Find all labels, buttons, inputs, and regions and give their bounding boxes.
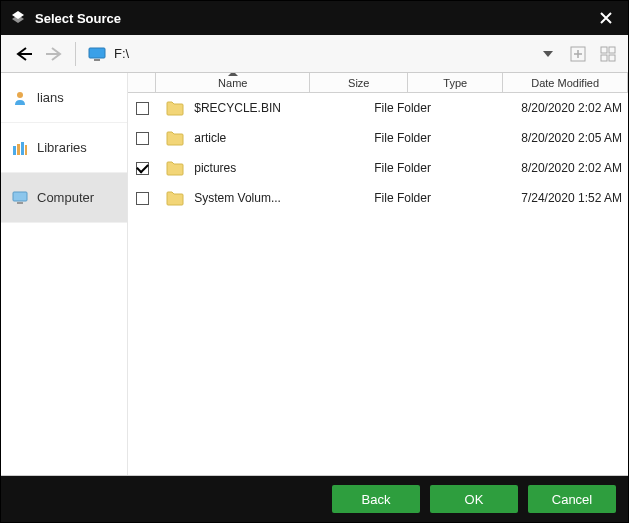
svg-rect-13 [17,202,23,204]
file-date: 8/20/2020 2:02 AM [515,101,628,115]
column-size[interactable]: Size [310,73,408,92]
cancel-button[interactable]: Cancel [528,485,616,513]
ok-button[interactable]: OK [430,485,518,513]
svg-point-7 [17,92,23,98]
sidebar-item-label: Libraries [37,140,87,155]
file-type: File Folder [368,101,515,115]
sidebar-item-computer[interactable]: Computer [1,173,127,223]
sidebar-item-user[interactable]: lians [1,73,127,123]
sidebar-item-label: Computer [37,190,94,205]
footer: Back OK Cancel [1,476,628,522]
file-date: 8/20/2020 2:02 AM [515,161,628,175]
file-type: File Folder [368,131,515,145]
row-checkbox[interactable] [136,162,149,175]
titlebar: Select Source [1,1,628,35]
app-logo-icon [9,9,27,27]
sidebar-item-label: lians [37,90,64,105]
column-date[interactable]: Date Modified [503,73,628,92]
view-button[interactable] [596,42,620,66]
new-folder-button[interactable] [566,42,590,66]
column-name[interactable]: Name [156,73,310,92]
row-checkbox[interactable] [136,132,149,145]
file-date: 7/24/2020 1:52 AM [515,191,628,205]
path-text: F:\ [114,46,129,61]
row-checkbox[interactable] [136,102,149,115]
user-icon [11,89,29,107]
file-row[interactable]: $RECYCLE.BINFile Folder8/20/2020 2:02 AM [128,93,628,123]
toolbar-separator [75,42,76,66]
file-row[interactable]: System Volum...File Folder7/24/2020 1:52… [128,183,628,213]
svg-rect-6 [609,55,615,61]
svg-rect-12 [13,192,27,201]
file-name: article [194,131,226,145]
libraries-icon [11,139,29,157]
toolbar: F:\ [1,35,628,73]
file-date: 8/20/2020 2:05 AM [515,131,628,145]
file-type: File Folder [368,161,515,175]
svg-rect-10 [21,142,24,155]
forward-button[interactable] [39,40,69,68]
back-button[interactable] [9,40,39,68]
folder-icon [166,130,184,146]
path-display[interactable]: F:\ [82,46,530,61]
file-row[interactable]: articleFile Folder8/20/2020 2:05 AM [128,123,628,153]
sidebar-item-libraries[interactable]: Libraries [1,123,127,173]
svg-rect-11 [25,145,27,155]
column-headers: Name Size Type Date Modified [128,73,628,93]
window-title: Select Source [35,11,592,26]
file-name: pictures [194,161,236,175]
svg-rect-0 [89,48,105,58]
svg-rect-3 [601,47,607,53]
file-type: File Folder [368,191,515,205]
close-button[interactable] [592,4,620,32]
computer-icon [11,189,29,207]
svg-rect-8 [13,146,16,155]
file-list: Name Size Type Date Modified $RECYCLE.BI… [128,73,628,475]
column-checkbox[interactable] [128,73,156,92]
column-type[interactable]: Type [408,73,503,92]
path-dropdown[interactable] [536,42,560,66]
folder-icon [166,190,184,206]
folder-icon [166,160,184,176]
back-footer-button[interactable]: Back [332,485,420,513]
drive-icon [88,47,106,61]
svg-rect-4 [609,47,615,53]
file-rows: $RECYCLE.BINFile Folder8/20/2020 2:02 AM… [128,93,628,475]
sidebar: lians Libraries Computer [1,73,128,475]
file-row[interactable]: picturesFile Folder8/20/2020 2:02 AM [128,153,628,183]
row-checkbox[interactable] [136,192,149,205]
svg-rect-5 [601,55,607,61]
select-source-window: Select Source F:\ [0,0,629,523]
file-name: $RECYCLE.BIN [194,101,281,115]
svg-rect-1 [94,59,100,61]
svg-rect-9 [17,144,20,155]
folder-icon [166,100,184,116]
main-area: lians Libraries Computer Name Size Type [1,73,628,476]
file-name: System Volum... [194,191,281,205]
